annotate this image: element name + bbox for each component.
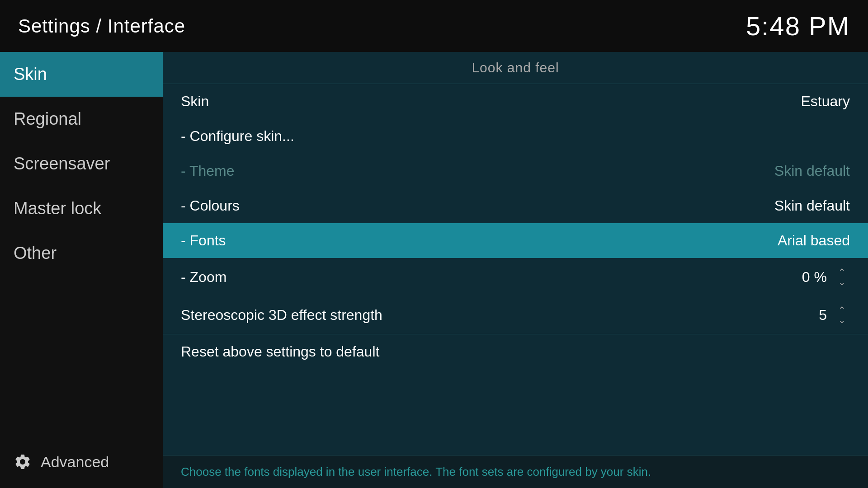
sidebar-item-master-lock[interactable]: Master lock xyxy=(0,186,163,231)
page-title: Settings / Interface xyxy=(18,15,185,37)
setting-row-theme[interactable]: - ThemeSkin default xyxy=(163,154,868,188)
spinner-up-zoom[interactable]: ⌃ xyxy=(834,267,850,277)
sidebar-item-advanced[interactable]: Advanced xyxy=(0,440,163,483)
spinner-zoom[interactable]: ⌃⌄ xyxy=(834,267,850,287)
status-bar: Choose the fonts displayed in the user i… xyxy=(163,455,868,488)
settings-list: SkinEstuary- Configure skin...- ThemeSki… xyxy=(163,84,868,455)
spinner-stereoscopic[interactable]: ⌃⌄ xyxy=(834,305,850,325)
sidebar-item-skin[interactable]: Skin xyxy=(0,52,163,97)
clock: 5:48 PM xyxy=(746,11,850,41)
sidebar: SkinRegionalScreensaverMaster lockOther … xyxy=(0,52,163,488)
setting-row-configure-skin[interactable]: - Configure skin... xyxy=(163,119,868,154)
setting-label-configure-skin: - Configure skin... xyxy=(181,128,294,145)
setting-label-colours: - Colours xyxy=(181,197,240,214)
setting-label-stereoscopic: Stereoscopic 3D effect strength xyxy=(181,307,382,324)
content-panel: Look and feel SkinEstuary- Configure ski… xyxy=(163,52,868,488)
setting-label-theme: - Theme xyxy=(181,163,235,179)
setting-row-skin[interactable]: SkinEstuary xyxy=(163,84,868,119)
setting-row-fonts[interactable]: - FontsArial based xyxy=(163,223,868,258)
setting-row-reset[interactable]: Reset above settings to default xyxy=(163,334,868,369)
spinner-up-stereoscopic[interactable]: ⌃ xyxy=(834,305,850,315)
setting-row-colours[interactable]: - ColoursSkin default xyxy=(163,188,868,223)
setting-row-stereoscopic[interactable]: Stereoscopic 3D effect strength5⌃⌄ xyxy=(163,296,868,334)
setting-value-fonts: Arial based xyxy=(778,232,850,249)
setting-label-reset: Reset above settings to default xyxy=(181,343,379,360)
setting-value-zoom: 0 % xyxy=(802,269,827,286)
setting-value-skin: Estuary xyxy=(801,93,850,110)
sidebar-nav: SkinRegionalScreensaverMaster lockOther xyxy=(0,52,163,276)
section-header: Look and feel xyxy=(163,52,868,84)
setting-label-skin: Skin xyxy=(181,93,209,110)
sidebar-item-other[interactable]: Other xyxy=(0,231,163,276)
sidebar-item-regional[interactable]: Regional xyxy=(0,97,163,141)
main-layout: SkinRegionalScreensaverMaster lockOther … xyxy=(0,52,868,488)
sidebar-item-screensaver[interactable]: Screensaver xyxy=(0,141,163,186)
setting-value-colours: Skin default xyxy=(774,197,850,214)
setting-value-theme: Skin default xyxy=(774,163,850,179)
setting-label-fonts: - Fonts xyxy=(181,232,226,249)
spinner-down-stereoscopic[interactable]: ⌄ xyxy=(834,315,850,325)
setting-value-stereoscopic: 5 xyxy=(819,307,827,324)
advanced-label: Advanced xyxy=(41,453,109,471)
header: Settings / Interface 5:48 PM xyxy=(0,0,868,52)
setting-row-zoom[interactable]: - Zoom0 %⌃⌄ xyxy=(163,258,868,296)
setting-label-zoom: - Zoom xyxy=(181,269,226,286)
gear-icon xyxy=(14,453,32,471)
spinner-down-zoom[interactable]: ⌄ xyxy=(834,277,850,287)
